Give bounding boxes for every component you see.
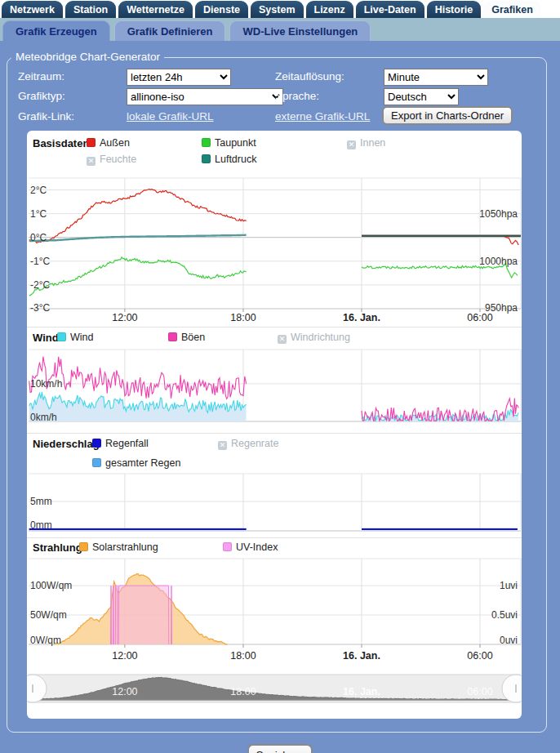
legend-item-außen[interactable]: Außen (87, 137, 130, 149)
navigator-x-label: 06:00 (467, 686, 492, 697)
series-color-swatch (223, 542, 232, 551)
sub-nav-bar: Grafik ErzeugenGrafik DefinierenWD-Live … (0, 18, 560, 41)
legend-label: Regenfall (105, 438, 149, 449)
x-axis-label: 16. Jan. (343, 312, 380, 323)
series-hidden-icon: ✕ (278, 335, 287, 344)
legend-item-taupunkt[interactable]: Taupunkt (202, 137, 256, 149)
series-color-swatch (202, 154, 211, 163)
navigator-x-label: 18:00 (230, 686, 256, 697)
navigator-x-label: 12:00 (112, 686, 137, 697)
chart-title-basisdaten: Basisdaten (33, 137, 89, 149)
legend-item-windrichtung[interactable]: ✕Windrichtung (278, 332, 350, 343)
legend-label: UV-Index (236, 541, 278, 553)
series-hidden-icon: ✕ (218, 441, 227, 450)
y-axis-label: 0mm (30, 519, 52, 531)
legend-item-regenrate[interactable]: ✕Regenrate (218, 438, 278, 449)
chart-divider (27, 537, 522, 538)
legend-item-luftdruck[interactable]: Luftdruck (202, 154, 256, 165)
y-axis-label: -2°C (30, 279, 50, 291)
save-button[interactable]: Speichern (247, 744, 313, 753)
strahlung-chart: 100W/qm50W/qm0W/qm1uvi0.5uvi0uvi12:0018:… (27, 555, 522, 666)
time-range-navigator[interactable]: 12:0018:0016. Jan.06:00 (27, 670, 522, 711)
y-axis-label: 10km/h (30, 378, 62, 390)
nav-tab-wetternetze[interactable]: Wetternetze (118, 1, 193, 18)
nav-tab-system[interactable]: System (251, 1, 303, 18)
nav-tab-station[interactable]: Station (65, 1, 116, 18)
chart-panel: BasisdatenAußenTaupunkt✕Innen✕FeuchteLuf… (27, 131, 522, 719)
zeitraum-label: Zeitraum: (18, 70, 64, 82)
chart-divider (27, 433, 522, 434)
legend-item-böen[interactable]: Böen (168, 332, 205, 343)
x-axis-label: 12:00 (112, 650, 137, 662)
y-axis-label: 0W/qm (30, 635, 61, 646)
legend-item-innen[interactable]: ✕Innen (347, 137, 385, 149)
y-axis-label: -1°C (30, 256, 50, 267)
nav-tab-netzwerk[interactable]: Netzwerk (2, 1, 63, 18)
sub-tab-wd-live-einstellungen[interactable]: WD-Live Einstellungen (229, 20, 371, 41)
chart-divider (27, 327, 522, 327)
y-axis-label: 1°C (30, 208, 47, 220)
grafiktyp-select[interactable]: allinone-iso (127, 88, 283, 105)
series-color-swatch (87, 138, 96, 147)
y-axis-label: 2°C (30, 185, 47, 196)
y-axis-label: 100W/qm (30, 580, 72, 591)
nav-tab-historie[interactable]: Historie (427, 1, 482, 18)
legend-label: Taupunkt (215, 137, 256, 149)
legend-label: Regenrate (231, 438, 278, 449)
wind-chart: 10km/h0km/h (27, 346, 522, 428)
series-color-swatch (168, 332, 177, 341)
legend-item-regenfall[interactable]: Regenfall (92, 438, 149, 449)
legend-item-uv-index[interactable]: UV-Index (223, 541, 278, 553)
y-axis-label: 50W/qm (30, 609, 67, 621)
series-color-swatch (202, 138, 211, 147)
y-axis-label: 5mm (30, 496, 52, 507)
fieldset-legend: Meteobridge Chart-Generator (11, 51, 164, 63)
nav-tab-dienste[interactable]: Dienste (195, 1, 248, 18)
x-axis-label: 18:00 (230, 312, 256, 323)
sub-tab-grafik-definieren[interactable]: Grafik Definieren (114, 20, 226, 41)
y-axis-label: -3°C (30, 302, 50, 314)
export-charts-button[interactable]: Export in Charts-Ordner (382, 106, 513, 125)
x-axis-label: 18:00 (230, 650, 256, 662)
legend-label: Innen (360, 137, 385, 149)
legend-item-wind[interactable]: Wind (57, 332, 93, 343)
x-axis-label: 12:00 (112, 312, 137, 323)
zeitaufloesung-label: Zeitauflösung: (275, 70, 344, 82)
zeitaufloesung-select[interactable]: Minute (384, 69, 488, 86)
legend-label: Feuchte (100, 154, 136, 165)
nav-tab-lizenz[interactable]: Lizenz (306, 1, 353, 18)
x-axis-label: 06:00 (467, 312, 492, 323)
series-hidden-icon: ✕ (347, 140, 356, 149)
nav-tab-grafiken[interactable]: Grafiken (483, 1, 541, 18)
legend-label: Außen (100, 137, 130, 149)
local-graph-url-link[interactable]: lokale Grafik-URL (127, 110, 214, 123)
zeitraum-select[interactable]: letzten 24h (127, 69, 231, 86)
legend-label: Luftdruck (215, 154, 256, 165)
chart-title-niederschlag: Niederschlag (33, 438, 100, 450)
sub-tab-grafik-erzeugen[interactable]: Grafik Erzeugen (2, 20, 110, 41)
series-color-swatch (92, 458, 101, 467)
y-axis-right-label: 1uvi (500, 580, 518, 591)
series-color-swatch (92, 439, 101, 448)
y-axis-label: 0°C (30, 232, 47, 243)
sprache-select[interactable]: Deutsch (384, 88, 459, 105)
legend-label: gesamter Regen (105, 457, 180, 469)
series-color-swatch (57, 332, 66, 341)
grafik-link-label: Grafik-Link: (18, 110, 74, 123)
y-axis-right-label: 1050hpa (479, 208, 518, 220)
external-graph-url-link[interactable]: externe Grafik-URL (275, 110, 370, 123)
series-hidden-icon: ✕ (87, 157, 96, 166)
navigator-x-label: 16. Jan. (343, 686, 380, 697)
x-axis-label: 06:00 (467, 650, 492, 662)
sprache-label: Sprache: (275, 90, 319, 102)
legend-item-gesamter-regen[interactable]: gesamter Regen (92, 457, 180, 469)
niederschlag-chart: 5mm0mm (27, 470, 522, 536)
nav-tab-live-daten[interactable]: Live-Daten (356, 1, 424, 18)
legend-item-feuchte[interactable]: ✕Feuchte (87, 154, 136, 165)
legend-label: Böen (181, 332, 205, 343)
legend-item-solarstrahlung[interactable]: Solarstrahlung (79, 541, 158, 553)
legend-label: Windrichtung (291, 332, 350, 343)
series-color-swatch (79, 542, 88, 551)
legend-label: Solarstrahlung (92, 541, 158, 553)
legend-label: Wind (70, 332, 93, 343)
